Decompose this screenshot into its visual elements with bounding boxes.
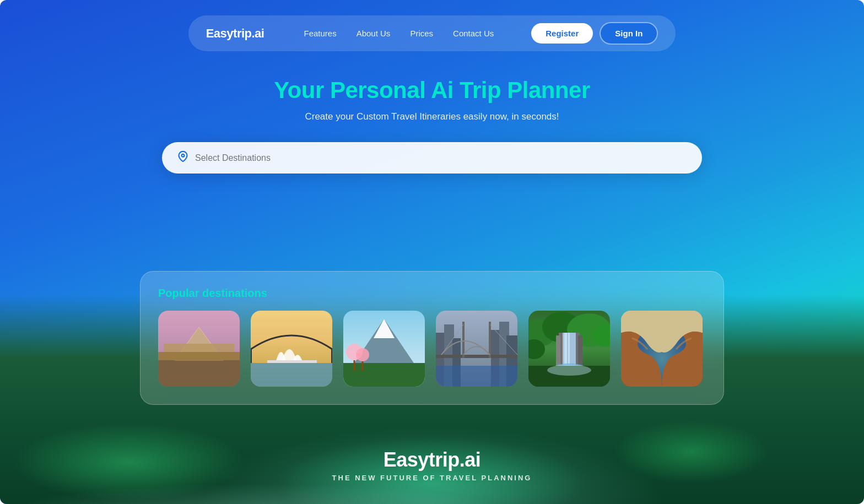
hero-subtitle: Create your Custom Travel Itineraries ea…	[305, 111, 559, 122]
bottom-brand-subtitle: THE NEW FUTURE OF TRAVEL PLANNING	[332, 474, 532, 482]
signin-button[interactable]: Sign In	[600, 22, 658, 45]
destination-louvre[interactable]	[158, 311, 240, 387]
destination-search-input[interactable]	[195, 153, 687, 163]
nav-links: Features About Us Prices Contact Us	[304, 29, 494, 38]
location-icon	[177, 151, 188, 165]
destination-waterfall[interactable]	[528, 311, 610, 387]
navbar: Easytrip.ai Features About Us Prices Con…	[0, 15, 864, 51]
popular-title: Popular destinations	[158, 287, 706, 300]
logo[interactable]: Easytrip.ai	[206, 26, 264, 41]
destinations-grid	[158, 311, 706, 387]
destination-manhattan[interactable]	[436, 311, 517, 387]
destination-sydney[interactable]	[251, 311, 332, 387]
svg-rect-10	[267, 360, 317, 363]
destination-canyon[interactable]	[621, 311, 703, 387]
nav-buttons: Register Sign In	[531, 22, 658, 45]
popular-destinations-card: Popular destinations	[140, 271, 724, 405]
navbar-inner: Easytrip.ai Features About Us Prices Con…	[188, 15, 676, 51]
svg-rect-26	[436, 355, 517, 358]
main-window: Easytrip.ai Features About Us Prices Con…	[0, 0, 864, 504]
register-button[interactable]: Register	[531, 23, 593, 44]
hero-section: Your Personal Ai Trip Planner Create you…	[0, 77, 864, 174]
svg-rect-7	[251, 363, 332, 387]
destination-japan[interactable]	[343, 311, 425, 387]
nav-contact[interactable]: Contact Us	[453, 29, 494, 38]
svg-rect-2	[158, 360, 240, 387]
svg-rect-42	[564, 333, 567, 368]
bottom-brand-title: Easytrip.ai	[332, 448, 532, 472]
svg-point-46	[547, 365, 591, 376]
svg-point-16	[356, 348, 369, 361]
svg-rect-43	[568, 333, 570, 368]
bottom-branding: Easytrip.ai THE NEW FUTURE OF TRAVEL PLA…	[332, 448, 532, 482]
svg-rect-29	[436, 366, 517, 387]
search-bar	[162, 142, 702, 174]
svg-point-0	[182, 154, 185, 157]
nav-prices[interactable]: Prices	[410, 29, 433, 38]
svg-rect-5	[158, 352, 240, 360]
nav-features[interactable]: Features	[304, 29, 336, 38]
hero-title: Your Personal Ai Trip Planner	[274, 77, 590, 104]
nav-about[interactable]: About Us	[357, 29, 391, 38]
svg-rect-14	[343, 363, 425, 387]
